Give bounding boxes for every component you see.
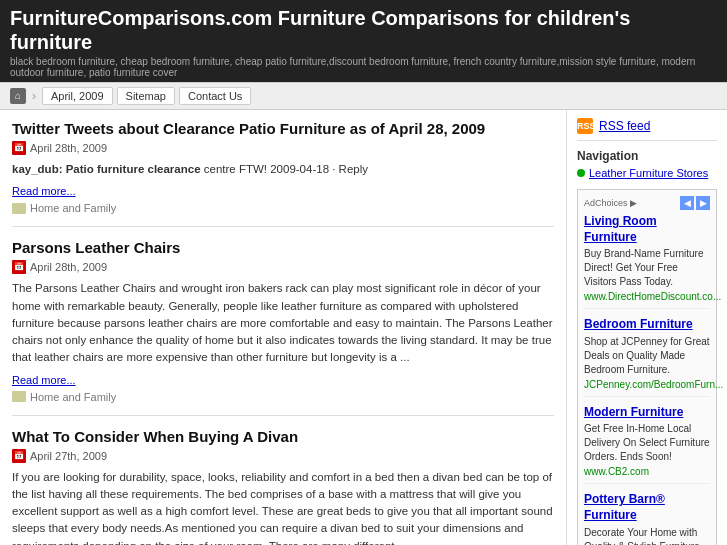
ad-choices-bar: AdChoices ▶ ◀ ▶	[584, 196, 710, 210]
ad-url: www.DirectHomeDiscount.co...	[584, 291, 710, 302]
ad-title-link[interactable]: Modern Furniture	[584, 405, 683, 419]
ad-url: JCPenney.com/BedroomFurn...	[584, 379, 710, 390]
ad-item: Pottery Barn® Furniture Decorate Your Ho…	[584, 492, 710, 545]
ad-nav-buttons[interactable]: ◀ ▶	[680, 196, 710, 210]
nav-section-title: Navigation	[577, 149, 717, 163]
article-category: Home and Family	[12, 202, 554, 214]
read-more-link[interactable]: Read more...	[12, 374, 76, 386]
calendar-icon: 📅	[12, 141, 26, 155]
main-content: Twitter Tweets about Clearance Patio Fur…	[0, 110, 727, 545]
article-item: Twitter Tweets about Clearance Patio Fur…	[12, 120, 554, 227]
home-icon[interactable]: ⌂	[10, 88, 26, 104]
ad-prev-button[interactable]: ◀	[680, 196, 694, 210]
article-body: If you are looking for durability, space…	[12, 469, 554, 546]
article-date: 📅 April 27th, 2009	[12, 449, 554, 463]
sitemap-link[interactable]: Sitemap	[117, 87, 175, 105]
article-body: kay_dub: Patio furniture clearance centr…	[12, 161, 554, 178]
article-title: Twitter Tweets about Clearance Patio Fur…	[12, 120, 554, 137]
article-title: What To Consider When Buying A Divan	[12, 428, 554, 445]
ad-description: Get Free In-Home Local Delivery On Selec…	[584, 422, 710, 464]
ad-section: AdChoices ▶ ◀ ▶ Living Room Furniture Bu…	[577, 189, 717, 545]
article-date: 📅 April 28th, 2009	[12, 260, 554, 274]
folder-icon	[12, 391, 26, 402]
site-tagline: black bedroom furniture, cheap bedroom f…	[10, 56, 717, 78]
ad-item: Modern Furniture Get Free In-Home Local …	[584, 405, 710, 485]
article-date: 📅 April 28th, 2009	[12, 141, 554, 155]
contact-link[interactable]: Contact Us	[179, 87, 251, 105]
article-body: The Parsons Leather Chairs and wrought i…	[12, 280, 554, 366]
read-more-link[interactable]: Read more...	[12, 185, 76, 197]
site-title: FurnitureComparisons.com Furniture Compa…	[10, 6, 717, 54]
ad-description: Shop at JCPenney for Great Deals on Qual…	[584, 335, 710, 377]
article-item: What To Consider When Buying A Divan 📅 A…	[12, 428, 554, 546]
nav-bar: ⌂ › April, 2009 Sitemap Contact Us	[0, 82, 727, 110]
folder-icon	[12, 203, 26, 214]
article-item: Parsons Leather Chairs 📅 April 28th, 200…	[12, 239, 554, 415]
ad-title-link[interactable]: Pottery Barn® Furniture	[584, 492, 665, 522]
nav-item-leather[interactable]: Leather Furniture Stores	[577, 167, 717, 179]
leather-furniture-link[interactable]: Leather Furniture Stores	[589, 167, 708, 179]
ad-description: Buy Brand-Name Furniture Direct! Get You…	[584, 247, 710, 289]
article-title: Parsons Leather Chairs	[12, 239, 554, 256]
ad-title-link[interactable]: Bedroom Furniture	[584, 317, 693, 331]
sidebar-nav-section: Navigation Leather Furniture Stores	[577, 149, 717, 179]
nav-dot-icon	[577, 169, 585, 177]
article-list: Twitter Tweets about Clearance Patio Fur…	[0, 110, 567, 545]
site-header: FurnitureComparisons.com Furniture Compa…	[0, 0, 727, 82]
rss-icon: RSS	[577, 118, 593, 134]
article-category: Home and Family	[12, 391, 554, 403]
calendar-icon: 📅	[12, 449, 26, 463]
ad-item: Bedroom Furniture Shop at JCPenney for G…	[584, 317, 710, 397]
ad-url: www.CB2.com	[584, 466, 710, 477]
ad-title-link[interactable]: Living Room Furniture	[584, 214, 657, 244]
sidebar: RSS RSS feed Navigation Leather Furnitur…	[567, 110, 727, 545]
rss-link[interactable]: RSS feed	[599, 119, 650, 133]
ad-item: Living Room Furniture Buy Brand-Name Fur…	[584, 214, 710, 309]
breadcrumb-link[interactable]: April, 2009	[42, 87, 113, 105]
rss-header: RSS RSS feed	[577, 118, 717, 141]
ad-description: Decorate Your Home with Quality & Stylis…	[584, 526, 710, 545]
ad-next-button[interactable]: ▶	[696, 196, 710, 210]
calendar-icon: 📅	[12, 260, 26, 274]
